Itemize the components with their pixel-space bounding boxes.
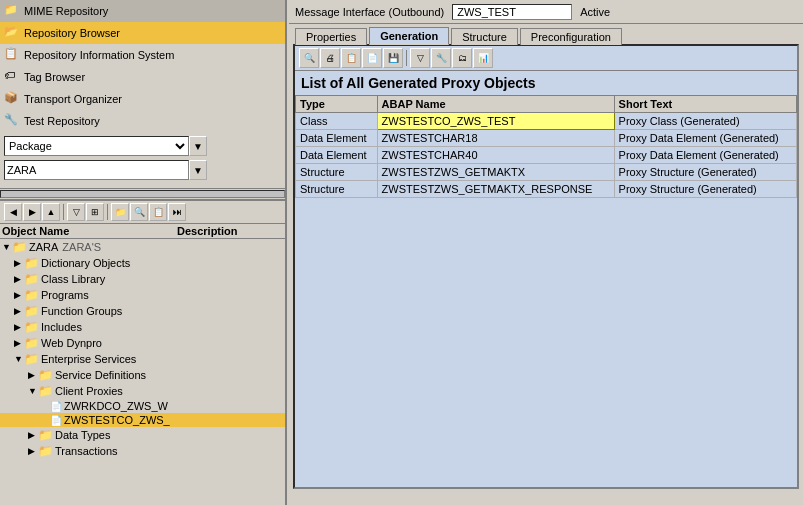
filter-btn[interactable]: ▽: [67, 203, 85, 221]
tabs-bar: Properties Generation Structure Preconfi…: [289, 24, 803, 44]
folder-icon-entsvcs: 📁: [24, 352, 39, 366]
nav-tag[interactable]: 🏷 Tag Browser: [0, 66, 285, 88]
expand-icon-programs: ▶: [14, 290, 24, 300]
nav-repo-info[interactable]: 📋 Repository Information System: [0, 44, 285, 66]
table-row[interactable]: Data ElementZWSTESTCHAR18Proxy Data Elem…: [296, 130, 797, 147]
tree-label-svcdef: Service Definitions: [55, 369, 146, 381]
expand-btn[interactable]: ⊞: [86, 203, 104, 221]
tree-btn2[interactable]: 🔍: [130, 203, 148, 221]
tree-item-zwstestco[interactable]: 📄 ZWSTESTCO_ZWS_: [0, 413, 285, 427]
tree-item-programs[interactable]: ▶ 📁 Programs: [0, 287, 285, 303]
repoinfo-icon: 📋: [4, 47, 20, 63]
table-row[interactable]: Data ElementZWSTESTCHAR40Proxy Data Elem…: [296, 147, 797, 164]
expand-icon-zara: ▼: [2, 242, 12, 252]
dropdown-area: Package ▼ ▼: [0, 132, 285, 188]
cell-type: Structure: [296, 164, 378, 181]
cell-abap: ZWSTESTZWS_GETMAKTX_RESPONSE: [377, 181, 614, 198]
content-btn-search[interactable]: 🔍: [299, 48, 319, 68]
nav-back-btn[interactable]: ◀: [4, 203, 22, 221]
expand-icon-svcdef: ▶: [28, 370, 38, 380]
left-panel: 📁 MIME Repository 📂 Repository Browser 📋…: [0, 0, 287, 505]
tree-item-classlib[interactable]: ▶ 📁 Class Library: [0, 271, 285, 287]
tab-preconfiguration[interactable]: Preconfiguration: [520, 28, 622, 45]
proxy-table: Type ABAP Name Short Text ClassZWSTESTCO…: [295, 95, 797, 198]
nav-mime-label: MIME Repository: [24, 5, 108, 17]
nav-test[interactable]: 🔧 Test Repository: [0, 110, 285, 132]
cell-abap: ZWSTESTCHAR40: [377, 147, 614, 164]
item-icon-zwstestco: 📄: [50, 415, 62, 426]
content-btn-print[interactable]: 🖨: [320, 48, 340, 68]
content-btn-save[interactable]: 💾: [383, 48, 403, 68]
tree-btn1[interactable]: 📁: [111, 203, 129, 221]
expand-icon-clientprox: ▼: [28, 386, 38, 396]
package-input[interactable]: [4, 160, 189, 180]
cell-type: Structure: [296, 181, 378, 198]
table-row[interactable]: StructureZWSTESTZWS_GETMAKTX_RESPONSEPro…: [296, 181, 797, 198]
item-icon-zwrkdco: 📄: [50, 401, 62, 412]
tree-item-webdynpro[interactable]: ▶ 📁 Web Dynpro: [0, 335, 285, 351]
tree-label-funcgroups: Function Groups: [41, 305, 122, 317]
folder-icon-clientprox: 📁: [38, 384, 53, 398]
expand-icon-classlib: ▶: [14, 274, 24, 284]
folder-icon-webdynpro: 📁: [24, 336, 39, 350]
package-dropdown-btn[interactable]: ▼: [189, 136, 207, 156]
nav-fwd-btn[interactable]: ▶: [23, 203, 41, 221]
nav-repoinfo-label: Repository Information System: [24, 49, 174, 61]
expand-icon-dictobj: ▶: [14, 258, 24, 268]
content-btn-settings[interactable]: 🔧: [431, 48, 451, 68]
tree-btn4[interactable]: ⏭: [168, 203, 186, 221]
folder-icon-zara: 📁: [12, 240, 27, 254]
tree-label-programs: Programs: [41, 289, 89, 301]
nav-repo-browser[interactable]: 📂 Repository Browser: [0, 22, 285, 44]
tree-label-zwstestco: ZWSTESTCO_ZWS_: [64, 414, 170, 426]
folder-icon-includes: 📁: [24, 320, 39, 334]
tree-item-funcgroups[interactable]: ▶ 📁 Function Groups: [0, 303, 285, 319]
cell-abap: ZWSTESTZWS_GETMAKTX: [377, 164, 614, 181]
package-row: Package ▼: [4, 136, 281, 156]
expand-icon-webdynpro: ▶: [14, 338, 24, 348]
tree-item-entsvcs[interactable]: ▼ 📁 Enterprise Services: [0, 351, 285, 367]
tree-item-zwrkdco[interactable]: 📄 ZWRKDCO_ZWS_W: [0, 399, 285, 413]
header-label: Message Interface (Outbound): [295, 6, 444, 18]
tab-properties[interactable]: Properties: [295, 28, 367, 45]
table-row[interactable]: ClassZWSTESTCO_ZWS_TESTProxy Class (Gene…: [296, 113, 797, 130]
expand-icon-entsvcs: ▼: [14, 354, 24, 364]
package-select[interactable]: Package: [4, 136, 189, 156]
table-row[interactable]: StructureZWSTESTZWS_GETMAKTXProxy Struct…: [296, 164, 797, 181]
tree-label-transactions: Transactions: [55, 445, 118, 457]
expand-icon-datatypes: ▶: [28, 430, 38, 440]
tree-item-svcdef[interactable]: ▶ 📁 Service Definitions: [0, 367, 285, 383]
content-btn-copy[interactable]: 📋: [341, 48, 361, 68]
tree-item-zara[interactable]: ▼ 📁 ZARA ZARA'S: [0, 239, 285, 255]
tree-item-datatypes[interactable]: ▶ 📁 Data Types: [0, 427, 285, 443]
expand-icon-includes: ▶: [14, 322, 24, 332]
tab-properties-label: Properties: [306, 31, 356, 43]
tree-label-zara: ZARA: [29, 241, 58, 253]
tree-item-dictobj[interactable]: ▶ 📁 Dictionary Objects: [0, 255, 285, 271]
tab-generation[interactable]: Generation: [369, 27, 449, 45]
content-btn-layout[interactable]: 🗂: [452, 48, 472, 68]
tree-item-transactions[interactable]: ▶ 📁 Transactions: [0, 443, 285, 459]
content-btn-doc[interactable]: 📄: [362, 48, 382, 68]
header-value: ZWS_TEST: [452, 4, 572, 20]
tree-col1-header: Object Name: [2, 225, 177, 237]
tree-item-includes[interactable]: ▶ 📁 Includes: [0, 319, 285, 335]
nav-tag-label: Tag Browser: [24, 71, 85, 83]
package-search-btn[interactable]: ▼: [189, 160, 207, 180]
header-bar: Message Interface (Outbound) ZWS_TEST Ac…: [289, 0, 803, 24]
nav-up-btn[interactable]: ▲: [42, 203, 60, 221]
tree-label-entsvcs: Enterprise Services: [41, 353, 136, 365]
content-btn-filter[interactable]: ▽: [410, 48, 430, 68]
cell-abap: ZWSTESTCO_ZWS_TEST: [377, 113, 614, 130]
tab-structure[interactable]: Structure: [451, 28, 518, 45]
tree-btn3[interactable]: 📋: [149, 203, 167, 221]
tree-desc-zara: ZARA'S: [62, 241, 101, 253]
content-toolbar: 🔍 🖨 📋 📄 💾 ▽ 🔧 🗂 📊: [295, 46, 797, 71]
header-status: Active: [580, 6, 610, 18]
sep-content: [406, 50, 407, 66]
content-btn-chart[interactable]: 📊: [473, 48, 493, 68]
nav-mime[interactable]: 📁 MIME Repository: [0, 0, 285, 22]
nav-list: 📁 MIME Repository 📂 Repository Browser 📋…: [0, 0, 285, 132]
tree-item-clientprox[interactable]: ▼ 📁 Client Proxies: [0, 383, 285, 399]
nav-transport[interactable]: 📦 Transport Organizer: [0, 88, 285, 110]
